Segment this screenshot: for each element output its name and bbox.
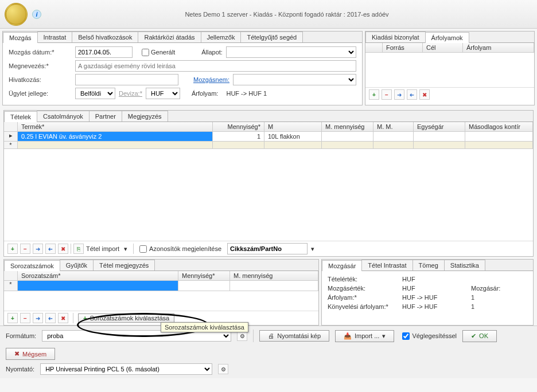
preview-icon: 🖨: [268, 332, 274, 339]
rate-export-icon[interactable]: [394, 89, 404, 100]
rate-text: HUF -> HUF 1: [226, 90, 267, 97]
kv-mozgasertek: Mozgásérték:: [328, 285, 402, 292]
item-remove-icon[interactable]: [20, 244, 30, 254]
tooltip: Sorozatszámok kiválasztása: [161, 322, 248, 332]
tab-arfolyamok[interactable]: Árfolyamok: [425, 32, 469, 43]
item-export-icon[interactable]: [33, 244, 43, 254]
rate-delete-icon[interactable]: [419, 89, 430, 100]
info-icon[interactable]: i: [32, 10, 41, 19]
import-icon: 📥: [344, 332, 352, 340]
col-mmenny[interactable]: M. mennyiség: [322, 122, 373, 132]
serial-add-icon[interactable]: [7, 313, 18, 323]
ids-checkbox[interactable]: [139, 245, 147, 253]
tab-intrastat[interactable]: Intrastat: [37, 32, 73, 42]
status-label: Állapot:: [201, 49, 223, 56]
movtype-select[interactable]: [233, 74, 356, 85]
col-smennyiseg[interactable]: Mennyiség*: [178, 271, 230, 281]
tab-jellemzok[interactable]: Jellemzők: [201, 32, 242, 42]
printer-settings-icon[interactable]: ⚙: [218, 364, 228, 374]
table-row-new[interactable]: *: [4, 142, 533, 149]
rate-add-icon[interactable]: [369, 89, 379, 100]
serial-row-new[interactable]: *: [4, 281, 318, 291]
item-import-label[interactable]: Tétel import: [86, 245, 119, 252]
col-mennyiseg[interactable]: Mennyiség*: [213, 122, 264, 132]
import-button[interactable]: 📥Import ...▾: [335, 330, 394, 342]
cell-m[interactable]: 10L flakkon: [264, 132, 322, 142]
cell-product[interactable]: 0.25 l EVIAN üv. ásványviz 2: [18, 132, 213, 142]
tab-mozgasar[interactable]: Mozgásár: [322, 260, 362, 271]
filter-input[interactable]: [227, 243, 308, 254]
window-title: Netes Demo 1 szerver - Kiadás - Központi…: [41, 11, 532, 18]
cancel-button[interactable]: ✖Mégsem: [6, 348, 55, 360]
table-row[interactable]: ▸ 0.25 l EVIAN üv. ásványviz 2 1 10L fla…: [4, 132, 533, 142]
serial-delete-icon[interactable]: [58, 313, 68, 323]
tab-raktarkozi[interactable]: Raktárközi átadás: [138, 32, 201, 42]
col-mm[interactable]: M. M.: [373, 122, 414, 132]
rate-import-icon[interactable]: [407, 89, 417, 100]
kv-arfolyam: Árfolyam:*: [328, 294, 402, 301]
col-m[interactable]: M: [264, 122, 322, 132]
item-add-icon[interactable]: [7, 244, 18, 254]
tab-kiadasi[interactable]: Kiadási bizonylat: [365, 32, 426, 42]
tab-sorozat[interactable]: Sorozatszámok: [4, 260, 60, 271]
finalize-checkbox[interactable]: [402, 332, 410, 340]
item-import-icon[interactable]: [45, 244, 56, 254]
item-delete-icon[interactable]: [58, 244, 68, 254]
kv-tetelertek: Tételérték:: [328, 276, 402, 283]
rate-remove-icon[interactable]: [382, 89, 392, 100]
deal-select[interactable]: Belföldi: [75, 88, 115, 99]
cell-qty[interactable]: 1: [213, 132, 264, 142]
currency-link[interactable]: Deviza:*: [119, 90, 142, 97]
app-logo: [5, 3, 28, 26]
serial-remove-icon[interactable]: [20, 313, 30, 323]
col-cel[interactable]: Cél: [423, 43, 463, 53]
deal-label: Ügylet jellege:: [9, 90, 72, 97]
ref-input[interactable]: [75, 74, 178, 85]
check-icon: ✔: [471, 332, 476, 340]
tab-csatolmanyok[interactable]: Csatolmányok: [37, 111, 90, 121]
item-import-btn-icon[interactable]: ⎘: [73, 244, 84, 254]
tab-gyujtok[interactable]: Gyűjtők: [60, 260, 94, 271]
printer-select[interactable]: HP Universal Printing PCL 5 (6. másolat): [40, 363, 212, 375]
tab-tetelek[interactable]: Tételek: [4, 111, 37, 122]
chevron-down-icon[interactable]: ▾: [311, 245, 314, 253]
serial-select-button[interactable]: + Sorozatszámok kiválasztása: [78, 313, 174, 323]
date-input[interactable]: [75, 46, 133, 58]
tab-mozgas[interactable]: Mozgás: [3, 32, 38, 43]
tab-tomeg[interactable]: Tömeg: [413, 260, 445, 271]
name-input[interactable]: [75, 60, 356, 72]
tab-tintrastat[interactable]: Tétel Intrastat: [361, 260, 413, 271]
serial-export-icon[interactable]: [33, 313, 43, 323]
serial-import-icon[interactable]: [45, 313, 56, 323]
col-smmennyiseg[interactable]: M. mennyiség: [230, 271, 318, 281]
close-icon: ✖: [14, 350, 20, 358]
generated-checkbox[interactable]: [142, 49, 149, 56]
tab-tetelmegj[interactable]: Tétel megjegyzés: [93, 260, 155, 271]
generated-label: Generált: [151, 49, 175, 56]
movtype-link[interactable]: Mozgásnem:: [193, 76, 229, 83]
format-label: Formátum:: [6, 332, 36, 339]
tab-tetelgyujto[interactable]: Tételgyűjtő segéd: [240, 32, 303, 42]
col-termek[interactable]: Termék*: [18, 122, 213, 132]
name-label: Megnevezés:*: [9, 62, 72, 69]
status-select[interactable]: [226, 46, 356, 58]
tab-statisztika[interactable]: Statisztika: [444, 260, 485, 271]
col-forras[interactable]: Forrás: [383, 43, 423, 53]
col-masodlagos[interactable]: Másodlagos kontír: [465, 122, 533, 132]
main-tabs: Mozgás Intrastat Belső hivatkozások Rakt…: [3, 32, 362, 43]
tab-megjegyzes[interactable]: Megjegyzés: [122, 111, 168, 121]
tab-partner[interactable]: Partner: [89, 111, 122, 121]
ids-label: Azonosítók megjelenítése: [149, 245, 221, 252]
col-sorozatszam[interactable]: Sorozatszám*: [18, 271, 178, 281]
finalize-label: Véglegesítéssel: [412, 332, 457, 339]
tab-belso[interactable]: Belső hivatkozások: [72, 32, 138, 42]
preview-button[interactable]: 🖨Nyomtatási kép: [259, 330, 329, 342]
col-arfolyam[interactable]: Árfolyam: [463, 43, 534, 53]
col-egysegar[interactable]: Egységár: [414, 122, 465, 132]
ref-label: Hivatkozás:: [9, 76, 72, 83]
currency-select[interactable]: HUF: [146, 88, 180, 99]
ok-button[interactable]: ✔OK: [462, 330, 497, 342]
kv-konyvarf: Könyvelési árfolyam:*: [328, 303, 402, 310]
date-label: Mozgás dátum:*: [9, 49, 72, 56]
printer-label: Nyomtató:: [6, 366, 34, 373]
